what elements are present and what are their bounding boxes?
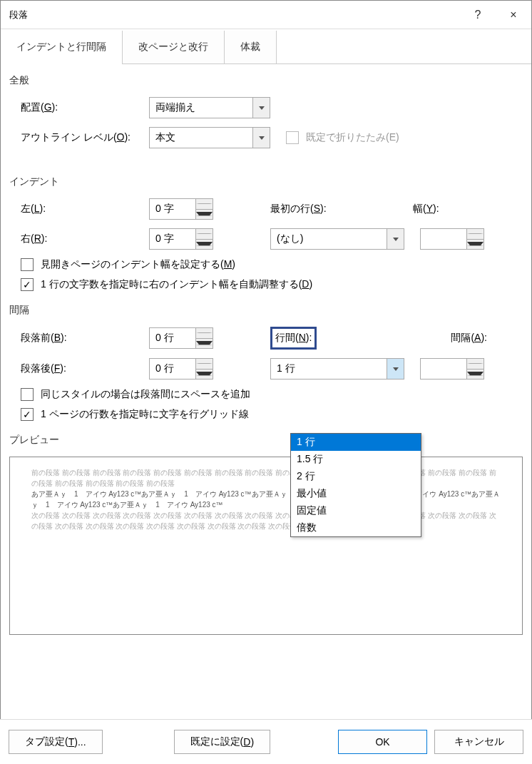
after-spinner[interactable]: [149, 358, 213, 380]
close-button[interactable]: ×: [496, 1, 531, 29]
dropdown-option[interactable]: 1 行: [291, 434, 421, 451]
preview-next: 次の段落 次の段落 次の段落 次の段落 次の段落 次の段落 次の段落 次の段落 …: [31, 510, 501, 531]
indent-right-label: 右(R):: [21, 233, 149, 245]
chevron-down-icon: [252, 128, 270, 148]
dropdown-option[interactable]: 最小値: [291, 485, 421, 502]
spinner-down-icon[interactable]: [467, 240, 484, 250]
mirror-label: 見開きページのインデント幅を設定する(M): [41, 258, 235, 271]
footer: タブ設定(T)... 既定に設定(D) OK キャンセル: [0, 719, 532, 764]
ok-button[interactable]: OK: [338, 730, 427, 754]
chevron-down-icon: [387, 359, 404, 379]
preview-prev: 前の段落 前の段落 前の段落 前の段落 前の段落 前の段落 前の段落 前の段落 …: [31, 467, 501, 489]
spinner-down-icon[interactable]: [196, 370, 213, 380]
group-general: 全般 配置(G): 両端揃え アウトライン レベル(O): 本文 既定で折りたた…: [9, 74, 523, 148]
line-spacing-select[interactable]: 1 行: [270, 358, 404, 380]
group-spacing-title: 間隔: [9, 304, 523, 317]
auto-indent-checkbox[interactable]: ✓: [21, 278, 34, 291]
spinner-up-icon[interactable]: [196, 328, 213, 339]
spinner-down-icon[interactable]: [196, 210, 213, 220]
indent-right-spinner[interactable]: [149, 228, 213, 250]
default-button[interactable]: 既定に設定(D): [174, 730, 270, 754]
collapse-label: 既定で折りたたみ(E): [306, 131, 399, 144]
spinner-down-icon[interactable]: [467, 370, 484, 380]
auto-indent-label: 1 行の文字数を指定時に右のインデント幅を自動調整する(D): [41, 278, 312, 291]
line-spacing-dropdown[interactable]: 1 行 1.5 行 2 行 最小値 固定値 倍数: [290, 433, 421, 537]
mirror-checkbox[interactable]: [21, 258, 34, 271]
dropdown-option[interactable]: 固定値: [291, 502, 421, 519]
width-spinner[interactable]: [420, 228, 484, 250]
spinner-up-icon[interactable]: [196, 359, 213, 370]
indent-left-label: 左(L):: [21, 203, 149, 215]
nospace-label: 同じスタイルの場合は段落間にスペースを追加: [41, 388, 250, 401]
outline-select[interactable]: 本文: [149, 127, 270, 148]
group-indent-title: インデント: [9, 175, 523, 188]
chevron-down-icon: [252, 98, 270, 118]
cancel-button[interactable]: キャンセル: [434, 730, 523, 754]
line-spacing-label: 行間(N):: [270, 327, 317, 350]
alignment-select[interactable]: 両端揃え: [149, 97, 270, 118]
preview-sample: あア亜Ａｙ 1 アイウ Ay123 c™あア亜Ａｙ 1 アイウ Ay123 c™…: [31, 489, 501, 510]
group-preview: プレビュー 前の段落 前の段落 前の段落 前の段落 前の段落 前の段落 前の段落…: [9, 434, 523, 635]
spinner-up-icon[interactable]: [467, 229, 484, 240]
group-spacing: 間隔 段落前(B): 行間(N): 間隔(A): 段落後(F): 1 行: [9, 304, 523, 421]
preview-box: 前の段落 前の段落 前の段落 前の段落 前の段落 前の段落 前の段落 前の段落 …: [9, 457, 523, 635]
spinner-down-icon[interactable]: [196, 339, 213, 349]
titlebar: 段落 ? ×: [1, 1, 531, 29]
firstline-select[interactable]: (なし): [270, 228, 404, 250]
group-preview-title: プレビュー: [9, 434, 523, 447]
dropdown-option[interactable]: 倍数: [291, 519, 421, 536]
help-button[interactable]: ?: [460, 1, 496, 29]
before-label: 段落前(B):: [21, 332, 149, 345]
collapse-checkbox: [286, 131, 299, 144]
dropdown-option[interactable]: 1.5 行: [291, 451, 421, 468]
nospace-checkbox[interactable]: [21, 388, 34, 401]
chevron-down-icon: [387, 229, 404, 249]
width-label: 幅(Y):: [413, 203, 439, 215]
tab-page-break[interactable]: 改ページと改行: [123, 31, 225, 63]
tabs: インデントと行間隔 改ページと改行 体裁: [1, 31, 531, 64]
group-general-title: 全般: [9, 74, 523, 87]
indent-left-spinner[interactable]: [149, 198, 213, 220]
tabs-button[interactable]: タブ設定(T)...: [9, 730, 103, 754]
tab-indent-spacing[interactable]: インデントと行間隔: [1, 31, 123, 63]
spinner-up-icon[interactable]: [467, 359, 484, 370]
firstline-label: 最初の行(S):: [270, 203, 413, 215]
spinner-up-icon[interactable]: [196, 199, 213, 210]
tab-format[interactable]: 体裁: [225, 31, 277, 63]
spinner-up-icon[interactable]: [196, 229, 213, 240]
group-indent: インデント 左(L): 最初の行(S): 幅(Y): 右(R): (なし): [9, 175, 523, 291]
spinner-down-icon[interactable]: [196, 240, 213, 250]
snap-checkbox[interactable]: ✓: [21, 408, 34, 421]
dropdown-option[interactable]: 2 行: [291, 468, 421, 485]
at-label: 間隔(A):: [451, 332, 487, 345]
after-label: 段落後(F):: [21, 362, 149, 375]
alignment-label: 配置(G):: [21, 101, 149, 114]
dialog-title: 段落: [9, 9, 28, 21]
outline-label: アウトライン レベル(O):: [21, 131, 149, 144]
snap-label: 1 ページの行数を指定時に文字を行グリッド線: [41, 408, 249, 421]
at-spinner[interactable]: [420, 358, 484, 380]
before-spinner[interactable]: [149, 327, 213, 349]
